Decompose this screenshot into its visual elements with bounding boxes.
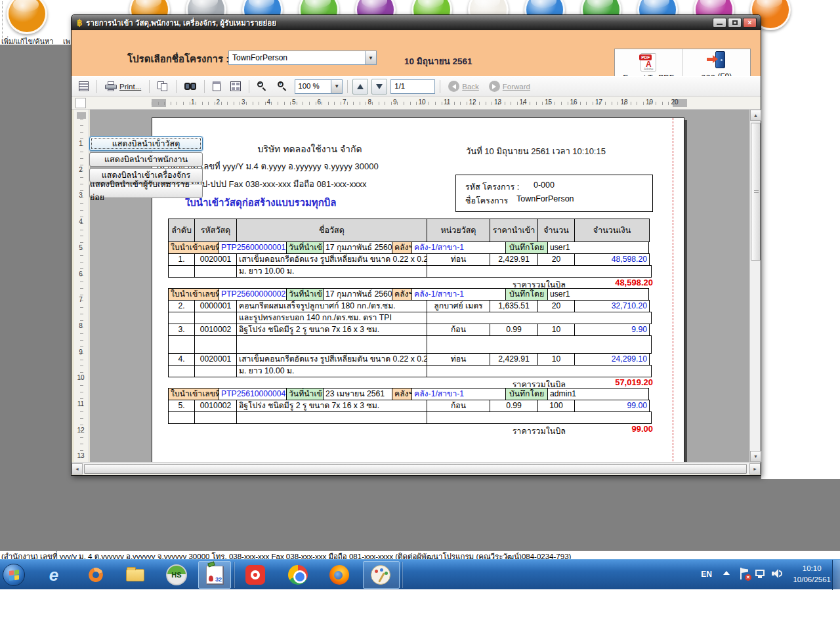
prev-page-button[interactable] (352, 79, 368, 94)
page-number-field[interactable]: 1/1 (390, 79, 435, 94)
report-page: บริษัท ทดลองใช้งาน จำกัด วันที่ 10 มิถุน… (152, 117, 684, 462)
icon-gloss (13, 0, 39, 12)
zoom-in-button[interactable]: + (274, 78, 291, 94)
show-subcontractor-bills-button[interactable]: แสดงบิลนำเข้าผู้รับเหมารายย่อย (89, 184, 203, 198)
h-ruler-number: 8 (368, 98, 372, 106)
bill-total-row: ราคารวมในบิล 57,019.20 (169, 377, 656, 388)
h-ruler-number: 16 (570, 98, 578, 106)
firefox-icon (329, 565, 349, 585)
icon-gloss (644, 0, 669, 8)
v-ruler-number: 5 (74, 244, 87, 251)
chevron-down-icon[interactable]: ▼ (331, 79, 343, 94)
find-button[interactable] (181, 78, 200, 94)
action-center-icon[interactable]: ✕ (740, 568, 749, 579)
horizontal-scrollbar[interactable]: ◄ ► (72, 462, 761, 474)
taskbar-icon-firefox[interactable] (327, 562, 352, 587)
taskbar-icon-gom[interactable] (243, 562, 268, 587)
start-button[interactable] (1, 562, 26, 587)
v-ruler-number: 2 (74, 166, 87, 173)
report-toolbar: Print... – + 100 % ▼ 1/1 Back (72, 76, 761, 96)
tray-expand-icon[interactable] (723, 571, 730, 575)
scroll-right-icon[interactable]: ► (749, 463, 761, 474)
taskbar-icon-active-app[interactable]: 32 (202, 562, 227, 587)
show-material-bills-button[interactable]: แสดงบิลนำเข้าวัสดุ (89, 136, 203, 151)
maximize-button[interactable] (728, 18, 742, 28)
ruler-corner (75, 98, 86, 108)
v-ruler-number: 3 (74, 192, 87, 199)
back-icon (448, 81, 459, 92)
table-header-row: ลำดับ รหัสวัสดุ ชื่อวัสดุ หน่วยวัสดุ ราค… (169, 219, 656, 242)
header-panel: โปรดเลือกชื่อโครงการ : TownForPerson ▼ 1… (72, 30, 761, 76)
forward-button[interactable]: Forward (486, 78, 534, 94)
toc-button[interactable] (75, 78, 92, 94)
launcher-label-partial: เพ (63, 35, 70, 47)
taskbar-icon-hs-app[interactable]: HS (164, 562, 189, 587)
screen: เพิ่ม/แก้ไข/ค้นหา เพ ฿ รายการนำเข้า วัสด… (0, 0, 840, 630)
close-button[interactable]: × (743, 18, 757, 28)
chrome-icon (288, 565, 308, 585)
multi-page-button[interactable] (227, 78, 244, 94)
language-indicator[interactable]: EN (701, 570, 712, 579)
hs-icon: HS (166, 564, 187, 585)
calendar-app-icon: 32 (206, 566, 223, 584)
taskbar-icon-swirl-app[interactable] (83, 562, 108, 587)
h-ruler-number: 18 (621, 98, 628, 106)
scroll-left-icon[interactable]: ◄ (72, 463, 83, 474)
zoom-out-button[interactable]: – (254, 78, 271, 94)
windows-start-icon (3, 564, 25, 586)
project-info-box: รหัส โครงการ : 0-000 ชื่อโครงการ TownFor… (455, 175, 653, 212)
show-desktop-button[interactable] (832, 560, 840, 590)
toolbar-grip (2, 1, 3, 39)
volume-icon[interactable] (772, 569, 782, 578)
buildings-icon[interactable] (7, 0, 47, 34)
v-ruler-number: 4 (74, 218, 87, 225)
vertical-scrollbar-thumb[interactable] (751, 123, 761, 261)
show-employee-bills-button[interactable]: แสดงบิลนำเข้าพนักงาน (89, 152, 203, 167)
h-ruler-number: 17 (595, 98, 602, 106)
window-titlebar[interactable]: ฿ รายการนำเข้า วัสดุ,พนักงาน, เครื่องจัก… (72, 15, 761, 30)
next-page-button[interactable] (371, 79, 387, 94)
pdf-icon: PDF A Adobe (640, 53, 656, 72)
zoom-out-icon: – (257, 81, 268, 92)
chevron-down-icon[interactable]: ▼ (365, 51, 376, 64)
print-button[interactable]: Print... (102, 78, 144, 94)
network-icon[interactable] (755, 570, 766, 578)
scroll-up-icon[interactable]: ▲ (750, 110, 761, 121)
forward-label: Forward (503, 83, 530, 91)
h-ruler-number: 11 (444, 98, 450, 106)
horizontal-scrollbar-thumb[interactable] (84, 464, 747, 474)
vertical-scrollbar[interactable]: ▲ ▼ (749, 110, 761, 462)
zoom-combobox[interactable]: 100 % ▼ (295, 79, 343, 94)
v-ruler-number: 6 (74, 270, 87, 278)
h-ruler-number: 3 (242, 98, 245, 106)
project-name-value: TownForPerson (516, 194, 574, 203)
taskbar-divider (402, 562, 402, 588)
bill-date-label: วันที่นำเข้า (286, 242, 324, 254)
bill-header-row: ใบนำเข้าเลขที่ PTP25610000004 วันที่นำเข… (169, 388, 656, 400)
header-date: 10 มิถุนายน 2561 (404, 54, 472, 68)
copy-button[interactable] (154, 78, 171, 94)
multi-page-icon (230, 81, 241, 91)
report-datetime: วันที่ 10 มิถุนายน 2561 เวลา 10:10:15 (466, 144, 606, 158)
bill-total-value: 48,598.20 (615, 278, 653, 287)
single-page-button[interactable] (209, 78, 224, 94)
taskbar: e HS 32 EN ✕ 10:10 10/06/2561 (0, 559, 840, 589)
print-label: Print... (119, 83, 141, 91)
tray-date: 10/06/2561 (793, 576, 831, 583)
v-ruler-number: 9 (74, 348, 87, 356)
icon-gloss (531, 0, 556, 8)
taskbar-icon-explorer[interactable] (123, 562, 148, 587)
table-row-continuation: ม. ยาว 10.00 ม. (169, 265, 656, 278)
scroll-down-icon[interactable]: ▼ (750, 451, 761, 462)
table-row-continuation: และรูปทรงกระบอก 140 กก./ตร.ซม. ตรา TPI (169, 312, 656, 324)
minimize-button[interactable] (713, 18, 726, 28)
project-combobox[interactable]: TownForPerson ▼ (228, 51, 377, 65)
report-window: ฿ รายการนำเข้า วัสดุ,พนักงาน, เครื่องจัก… (71, 14, 761, 476)
tray-clock[interactable]: 10:10 10/06/2561 (793, 563, 831, 585)
taskbar-icon-paint[interactable] (368, 562, 393, 587)
single-page-icon (213, 81, 220, 91)
taskbar-icon-internet-explorer[interactable]: e (41, 562, 66, 587)
taskbar-icon-chrome[interactable] (285, 562, 310, 587)
back-button[interactable]: Back (445, 78, 482, 94)
h-ruler-number: 19 (646, 98, 653, 106)
